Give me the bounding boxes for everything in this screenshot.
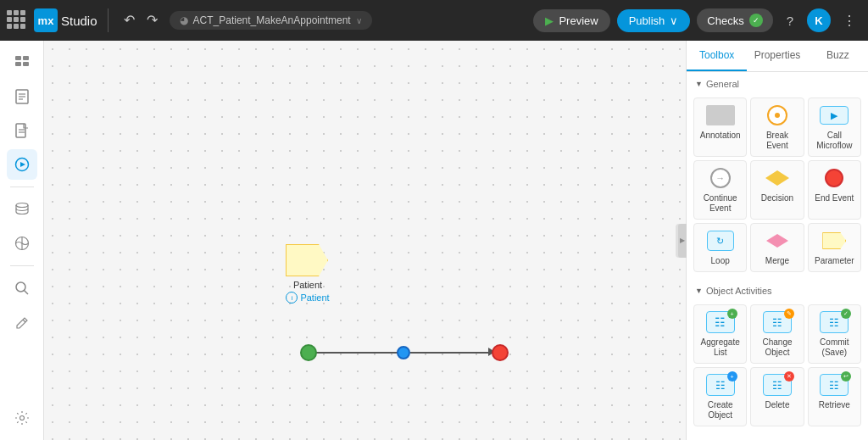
parameter-icon xyxy=(819,229,849,253)
flow-end-node[interactable] xyxy=(492,344,509,361)
svg-rect-2 xyxy=(15,62,21,66)
svg-line-18 xyxy=(23,320,25,322)
more-button[interactable]: ⋮ xyxy=(837,9,861,32)
merge-icon xyxy=(762,229,793,253)
annotation-icon xyxy=(705,103,736,127)
break-event-icon xyxy=(762,103,793,127)
call-microflow-icon: ▶ xyxy=(819,103,849,127)
tab-toolbox[interactable]: Toolbox xyxy=(687,41,747,71)
sidebar-item-pages[interactable] xyxy=(7,81,37,112)
loop-icon: ↻ xyxy=(705,229,736,253)
svg-point-19 xyxy=(19,416,24,421)
toolbox-commit-save[interactable]: ☷ ✓ Commit (Save) xyxy=(808,304,861,364)
apps-grid-button[interactable] xyxy=(7,10,27,31)
toolbox-retrieve[interactable]: ☷ ↩ Retrieve xyxy=(808,367,861,426)
topbar: mx Studio ↶ ↷ ◕ ACT_Patient_MakeAnAppoin… xyxy=(0,0,868,41)
right-panel-tabs: Toolbox Properties Buzz xyxy=(687,41,868,72)
mx-logo-box: mx xyxy=(34,8,58,32)
svg-point-13 xyxy=(16,203,28,208)
parameter-sublabel-row: i Patient xyxy=(284,292,331,304)
redo-button[interactable]: ↷ xyxy=(142,10,163,31)
section-header-general[interactable]: ▼ General xyxy=(687,72,868,94)
toolbox-aggregate-list[interactable]: ☷ + Aggregate List xyxy=(693,304,747,364)
toolbox-merge[interactable]: Merge xyxy=(750,223,804,272)
undo-redo-group: ↶ ↷ xyxy=(119,10,163,31)
breadcrumb-chevron: ∨ xyxy=(356,16,362,25)
main-area: ▶ Patient i Patient ▶ xyxy=(0,41,868,440)
retrieve-badge: ↩ xyxy=(841,371,851,382)
parameter-node[interactable] xyxy=(286,244,328,276)
toolbox-delete[interactable]: ☷ ✕ Delete xyxy=(750,367,804,426)
object-activities-grid: ☷ + Aggregate List ☷ ✎ Change Object xyxy=(687,301,868,433)
sidebar-item-navigation[interactable] xyxy=(7,228,37,259)
separator-1 xyxy=(108,8,108,32)
sidebar-item-database[interactable] xyxy=(7,194,37,225)
sidebar-item-microflows[interactable] xyxy=(7,149,37,180)
toolbox-call-microflow[interactable]: ▶ Call Microflow xyxy=(808,97,861,157)
section-header-object-activities[interactable]: ▼ Object Activities xyxy=(687,279,868,301)
sidebar-item-document[interactable] xyxy=(7,115,37,146)
chevron-general: ▼ xyxy=(695,80,703,88)
flow-mid-node[interactable] xyxy=(397,346,410,359)
help-button[interactable]: ? xyxy=(780,10,800,31)
continue-event-icon: → xyxy=(705,166,736,190)
sidebar-item-settings[interactable] xyxy=(7,403,37,433)
flow-start-node[interactable] xyxy=(300,344,317,361)
sidebar-separator xyxy=(10,187,34,187)
toolbox-parameter[interactable]: Parameter xyxy=(808,223,861,272)
toolbox-continue-event[interactable]: → Continue Event xyxy=(693,160,747,220)
breadcrumb[interactable]: ◕ ACT_Patient_MakeAnAppointment ∨ xyxy=(170,11,372,30)
chevron-object-activities: ▼ xyxy=(695,287,703,295)
create-object-icon: ☷ + xyxy=(705,373,736,397)
general-grid: Annotation Break Event ▶ Call Microflow xyxy=(687,94,868,279)
delete-icon: ☷ ✕ xyxy=(762,373,793,397)
canvas-grid xyxy=(44,41,686,440)
change-badge: ✎ xyxy=(784,309,794,319)
flow-line-2 xyxy=(410,352,493,354)
publish-chevron: ∨ xyxy=(670,14,678,27)
svg-rect-0 xyxy=(15,56,21,60)
aggregate-badge: + xyxy=(727,309,737,319)
toolbox-change-object[interactable]: ☷ ✎ Change Object xyxy=(750,304,804,364)
end-event-icon xyxy=(819,166,849,190)
toolbox-annotation[interactable]: Annotation xyxy=(693,97,747,157)
sidebar-item-edit[interactable] xyxy=(7,307,37,337)
decision-icon xyxy=(762,166,793,190)
undo-button[interactable]: ↶ xyxy=(119,10,140,31)
toolbox-decision[interactable]: Decision xyxy=(750,160,804,220)
toolbox-end-event[interactable]: End Event xyxy=(808,160,861,220)
flow-line-1 xyxy=(315,352,400,354)
parameter-shape xyxy=(286,244,328,276)
svg-point-16 xyxy=(16,282,25,292)
toolbox-loop[interactable]: ↻ Loop xyxy=(693,223,747,272)
toolbox-break-event[interactable]: Break Event xyxy=(750,97,804,157)
delete-badge: ✕ xyxy=(784,371,794,382)
retrieve-icon: ☷ ↩ xyxy=(819,373,849,397)
toolbox-create-object[interactable]: ☷ + Create Object xyxy=(693,367,747,426)
studio-label: Studio xyxy=(61,14,97,28)
panel-collapse-left[interactable]: ▶ xyxy=(678,224,687,258)
checks-button[interactable]: Checks ✓ xyxy=(697,8,772,32)
svg-marker-12 xyxy=(20,162,25,167)
toolbox-body: ▼ General Annotation Break Event xyxy=(687,72,868,440)
canvas[interactable]: ▶ Patient i Patient xyxy=(44,41,686,440)
sidebar-item-search[interactable] xyxy=(7,273,37,304)
mx-logo: mx Studio xyxy=(34,8,97,32)
play-icon: ▶ xyxy=(545,14,554,27)
preview-button[interactable]: ▶ Preview xyxy=(533,9,609,32)
checks-label: Checks xyxy=(707,14,743,27)
breadcrumb-text: ACT_Patient_MakeAnAppointment xyxy=(193,14,351,26)
tab-properties[interactable]: Properties xyxy=(747,41,807,71)
avatar[interactable]: K xyxy=(807,8,831,32)
publish-button[interactable]: Publish ∨ xyxy=(617,9,691,32)
tab-buzz[interactable]: Buzz xyxy=(808,41,868,71)
sidebar-item-home[interactable] xyxy=(7,47,37,78)
svg-rect-3 xyxy=(23,62,29,66)
aggregate-list-icon: ☷ + xyxy=(705,310,736,334)
sidebar-separator-2 xyxy=(10,265,34,266)
preview-label: Preview xyxy=(559,14,598,27)
svg-line-17 xyxy=(24,291,28,295)
checks-status-badge: ✓ xyxy=(749,14,763,27)
right-panel: ▶ Toolbox Properties Buzz ▼ General xyxy=(686,41,868,440)
create-badge: + xyxy=(727,371,737,382)
